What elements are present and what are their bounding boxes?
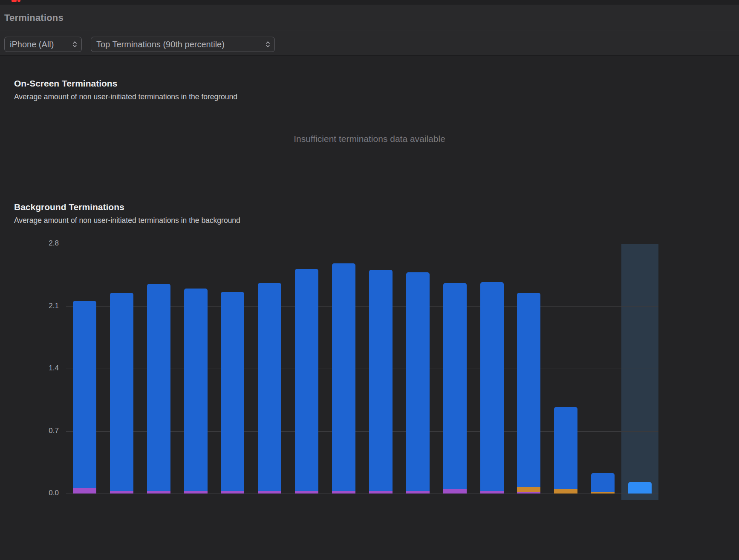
bar-segment-blue: [221, 292, 244, 491]
chart-bar[interactable]: [591, 473, 615, 494]
bar-segment-blue: [554, 407, 577, 489]
bar-segment-purple: [147, 491, 170, 494]
background-terminations-chart: 0.00.71.42.12.8: [0, 244, 739, 525]
chart-bar[interactable]: [443, 283, 467, 494]
chart-bar[interactable]: [110, 293, 133, 494]
y-axis-tick-label: 0.7: [0, 427, 59, 435]
chevron-up-down-icon: [266, 40, 270, 48]
y-axis-tick-label: 1.4: [0, 364, 59, 372]
chart-bar[interactable]: [73, 301, 96, 494]
bar-segment-blue: [369, 270, 393, 491]
red-artifact-icon: [17, 0, 20, 2]
bar-segment-blue: [443, 283, 467, 489]
bar-segment-purple: [184, 491, 208, 494]
header-divider: [0, 31, 739, 31]
bar-segment-blue: [295, 269, 318, 491]
chart-bar[interactable]: [480, 282, 504, 494]
bar-segment-orange: [591, 492, 615, 494]
chart-bar[interactable]: [332, 263, 355, 494]
metric-filter-value: Top Terminations (90th percentile): [96, 40, 260, 49]
bar-segment-blue: [591, 473, 615, 492]
chart-bar[interactable]: [517, 293, 540, 494]
bar-segment-orange: [517, 487, 540, 491]
bar-segment-blue: [258, 283, 281, 491]
bar-segment-blue: [184, 289, 208, 491]
bar-segment-purple: [369, 491, 393, 494]
bar-segment-blue: [517, 293, 540, 487]
red-artifact-icon: [12, 0, 17, 2]
bar-segment-purple: [221, 491, 244, 494]
header: Terminations iPhone (All) Top Terminatio…: [0, 0, 739, 55]
bar-segment-blue: [147, 284, 170, 491]
chart-bar[interactable]: [221, 292, 244, 494]
chart-bar[interactable]: [295, 269, 318, 494]
y-axis-tick-label: 2.1: [0, 302, 59, 310]
metric-filter-dropdown[interactable]: Top Terminations (90th percentile): [91, 37, 275, 52]
bar-segment-purple: [73, 488, 96, 494]
background-terminations-title: Background Terminations: [14, 177, 739, 212]
bar-segment-purple: [480, 491, 504, 494]
y-axis-tick-label: 0.0: [0, 489, 59, 497]
bar-segment-purple: [110, 491, 133, 494]
insufficient-data-message: Insufficient terminations data available: [0, 134, 739, 144]
bar-segment-orange: [554, 489, 577, 494]
chart-bar[interactable]: [554, 407, 577, 494]
bar-segment-purple: [443, 489, 467, 494]
chart-bar[interactable]: [184, 289, 208, 494]
chart-bar[interactable]: [369, 270, 393, 494]
bar-segment-purple: [406, 491, 430, 494]
y-axis-tick-label: 2.8: [0, 239, 59, 248]
terminations-window: Terminations iPhone (All) Top Terminatio…: [0, 0, 739, 560]
bar-segment-blue: [110, 293, 133, 491]
bar-segment-blue: [406, 272, 430, 491]
bar-segment-blue: [480, 282, 504, 491]
bar-segment-blue: [332, 263, 355, 491]
page-title: Terminations: [4, 12, 64, 23]
device-filter-value: iPhone (All): [10, 40, 66, 49]
bar-segment-purple: [295, 491, 318, 494]
chart-bar[interactable]: [147, 284, 170, 494]
chart-bar[interactable]: [258, 283, 281, 494]
chevron-up-down-icon: [72, 40, 77, 48]
bar-segment-purple: [332, 491, 355, 494]
onscreen-terminations-title: On-Screen Terminations: [14, 56, 739, 89]
device-filter-dropdown[interactable]: iPhone (All): [4, 37, 82, 52]
bar-segment-blue: [73, 301, 96, 488]
chart-bar[interactable]: [628, 482, 652, 494]
content: On-Screen Terminations Average amount of…: [0, 56, 739, 525]
bar-segment-purple: [517, 492, 540, 494]
window-top-strip: [0, 0, 739, 5]
chart-bar[interactable]: [406, 272, 430, 494]
chart-plot: [66, 244, 658, 494]
background-terminations-subtitle: Average amount of non user-initiated ter…: [14, 216, 739, 225]
bar-segment-purple: [258, 491, 281, 494]
bar-segment-blue: [628, 482, 652, 494]
onscreen-terminations-subtitle: Average amount of non user-initiated ter…: [14, 92, 739, 101]
selected-period-highlight: [621, 244, 658, 500]
gridline: [66, 244, 658, 244]
